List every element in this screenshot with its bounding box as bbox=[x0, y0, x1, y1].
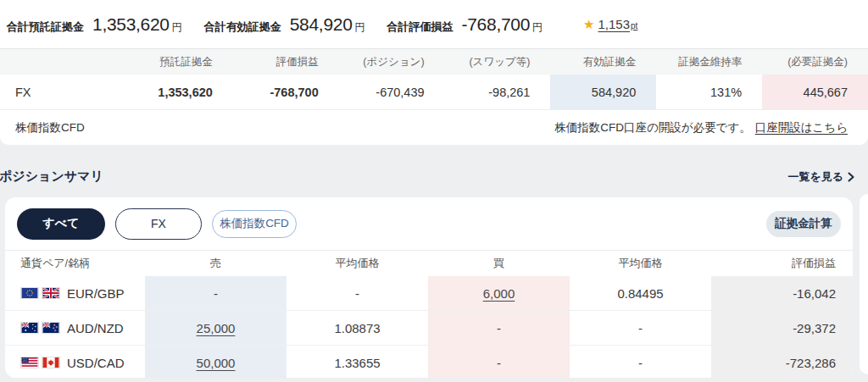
total-pl-unit: 円 bbox=[532, 20, 542, 35]
us-flag-icon bbox=[20, 357, 39, 368]
view-all-label: 一覧を見る bbox=[787, 169, 843, 185]
table-row-eurgbp: EUR/GBP - - 6,000 0.84495 -16,042 bbox=[5, 276, 853, 311]
position-table-header: 通貨ペア/銘柄 売 平均価格 買 平均価格 評価損益 bbox=[5, 250, 853, 276]
col-header-blank bbox=[0, 49, 127, 75]
buy-qty-cell: 6,000 bbox=[428, 276, 570, 310]
cfd-row-message: 株価指数CFD口座の開設が必要です。 口座開設はこちら bbox=[127, 110, 868, 145]
cfd-account-row: 株価指数CFD 株価指数CFD口座の開設が必要です。 口座開設はこちら bbox=[0, 110, 868, 145]
fx-position-value: -670,439 bbox=[339, 75, 445, 109]
pair-cell: AUD/NZD bbox=[5, 311, 145, 345]
pair-label: EUR/GBP bbox=[67, 286, 125, 301]
col-header-swap: (スワップ等) bbox=[445, 49, 551, 75]
col-header-maintenance: 証拠金維持率 bbox=[656, 49, 762, 75]
total-deposit-label: 合計預託証拠金 bbox=[7, 19, 84, 35]
pair-label: AUD/NZD bbox=[67, 321, 124, 335]
col-header-pl: 評価損益 bbox=[233, 49, 339, 75]
next-card-sliver bbox=[860, 194, 868, 374]
pl-cell: -29,372 bbox=[711, 311, 853, 345]
sell-qty-cell: - bbox=[145, 276, 287, 310]
cfd-message-text: 株価指数CFD口座の開設が必要です。 bbox=[554, 120, 751, 136]
buy-avg-cell: - bbox=[570, 346, 711, 378]
tab-cfd[interactable]: 株価指数CFD bbox=[212, 210, 297, 238]
total-deposit-margin: 合計預託証拠金 1,353,620 円 bbox=[7, 14, 182, 35]
col-header-effective: 有効証拠金 bbox=[550, 49, 656, 75]
total-effective-value: 584,920 bbox=[290, 14, 353, 35]
total-pl-label: 合計評価損益 bbox=[387, 19, 453, 35]
sell-qty-cell: 25,000 bbox=[145, 311, 287, 345]
tab-all[interactable]: すべて bbox=[17, 208, 105, 240]
fx-maintenance-value: 131% bbox=[656, 75, 762, 109]
eu-flag-icon bbox=[20, 287, 39, 299]
sell-avg-cell: 1.33655 bbox=[287, 346, 428, 378]
pair-flags bbox=[20, 287, 60, 299]
sell-qty-link[interactable]: 50,000 bbox=[197, 356, 236, 370]
account-summary-card: 合計預託証拠金 1,353,620 円 合計有効証拠金 584,920 円 合計… bbox=[0, 0, 868, 145]
gb-flag-icon bbox=[42, 287, 60, 299]
points-value: 1,153 bbox=[598, 17, 631, 31]
buy-qty-link[interactable]: 6,000 bbox=[483, 286, 515, 301]
buy-qty-cell: - bbox=[428, 346, 570, 378]
fx-required-value: 445,667 bbox=[762, 75, 868, 109]
account-table-header: 預託証拠金 評価損益 (ポジション) (スワップ等) 有効証拠金 証拠金維持率 … bbox=[0, 48, 868, 75]
table-row-audnzd: AUD/NZD 25,000 1.08873 - - -29,372 bbox=[5, 311, 853, 346]
total-effective-unit: 円 bbox=[355, 20, 365, 35]
sell-qty-cell: 50,000 bbox=[145, 346, 287, 378]
view-all-link[interactable]: 一覧を見る bbox=[787, 169, 854, 185]
pl-cell: -16,042 bbox=[711, 276, 853, 310]
star-icon: ★ bbox=[583, 17, 594, 32]
cfd-row-label: 株価指数CFD bbox=[0, 110, 127, 145]
buy-avg-cell: 0.84495 bbox=[570, 276, 711, 310]
buy-avg-cell: - bbox=[570, 311, 711, 345]
pair-cell: EUR/GBP bbox=[5, 276, 145, 310]
col-header-deposit: 預託証拠金 bbox=[127, 49, 233, 75]
au-flag-icon bbox=[20, 322, 39, 334]
summary-bar: 合計預託証拠金 1,353,620 円 合計有効証拠金 584,920 円 合計… bbox=[0, 0, 868, 48]
pair-flags bbox=[20, 357, 60, 368]
fx-row-label: FX bbox=[0, 75, 127, 109]
pair-flags bbox=[20, 322, 60, 334]
tab-fx[interactable]: FX bbox=[115, 208, 202, 240]
col-header-pl: 評価損益 bbox=[711, 251, 853, 276]
col-header-position: (ポジション) bbox=[339, 49, 445, 75]
buy-qty-cell: - bbox=[428, 311, 570, 345]
nz-flag-icon bbox=[42, 322, 60, 334]
position-summary-header: ポジションサマリ 一覧を見る bbox=[0, 145, 868, 197]
total-unrealized-pl: 合計評価損益 -768,700 円 bbox=[387, 14, 543, 35]
position-summary-card: すべて FX 株価指数CFD 証拠金計算 通貨ペア/銘柄 売 平均価格 買 平均… bbox=[5, 197, 853, 378]
col-header-required: (必要証拠金) bbox=[762, 49, 868, 75]
fx-swap-value: -98,261 bbox=[445, 75, 551, 109]
margin-calc-button[interactable]: 証拠金計算 bbox=[766, 211, 841, 237]
pair-cell: USD/CAD bbox=[5, 346, 145, 378]
fx-effective-value: 584,920 bbox=[550, 75, 656, 109]
pl-cell: -723,286 bbox=[711, 346, 853, 378]
fx-deposit-value: 1,353,620 bbox=[127, 75, 233, 109]
fx-pl-value: -768,700 bbox=[233, 75, 339, 109]
total-pl-value: -768,700 bbox=[462, 14, 531, 35]
total-effective-margin: 合計有効証拠金 584,920 円 bbox=[204, 14, 365, 35]
ca-flag-icon bbox=[42, 357, 60, 368]
table-row-usdcad: USD/CAD 50,000 1.33655 - - -723,286 bbox=[5, 346, 853, 378]
points-unit: pt bbox=[631, 21, 637, 30]
col-header-sell: 売 bbox=[145, 251, 287, 276]
sell-avg-cell: - bbox=[287, 276, 428, 310]
col-header-buy: 買 bbox=[428, 251, 570, 276]
pair-label: USD/CAD bbox=[67, 356, 125, 370]
sell-avg-cell: 1.08873 bbox=[287, 311, 428, 345]
total-effective-label: 合計有効証拠金 bbox=[204, 19, 281, 35]
page-title: ポジションサマリ bbox=[0, 169, 103, 185]
total-deposit-unit: 円 bbox=[172, 20, 182, 35]
trading-dashboard: 合計預託証拠金 1,353,620 円 合計有効証拠金 584,920 円 合計… bbox=[0, 0, 868, 382]
filter-tabs: すべて FX 株価指数CFD 証拠金計算 bbox=[5, 197, 853, 250]
col-header-buy-avg: 平均価格 bbox=[570, 251, 711, 276]
total-deposit-value: 1,353,620 bbox=[92, 14, 170, 35]
chevron-right-icon bbox=[848, 172, 854, 182]
sell-qty-link[interactable]: 25,000 bbox=[197, 321, 236, 335]
open-account-link[interactable]: 口座開設はこちら bbox=[755, 120, 848, 136]
col-header-pair: 通貨ペア/銘柄 bbox=[5, 251, 145, 276]
col-header-sell-avg: 平均価格 bbox=[287, 251, 428, 276]
fx-account-row: FX 1,353,620 -768,700 -670,439 -98,261 5… bbox=[0, 75, 868, 110]
points-link[interactable]: ★ 1,153 pt bbox=[583, 17, 637, 32]
